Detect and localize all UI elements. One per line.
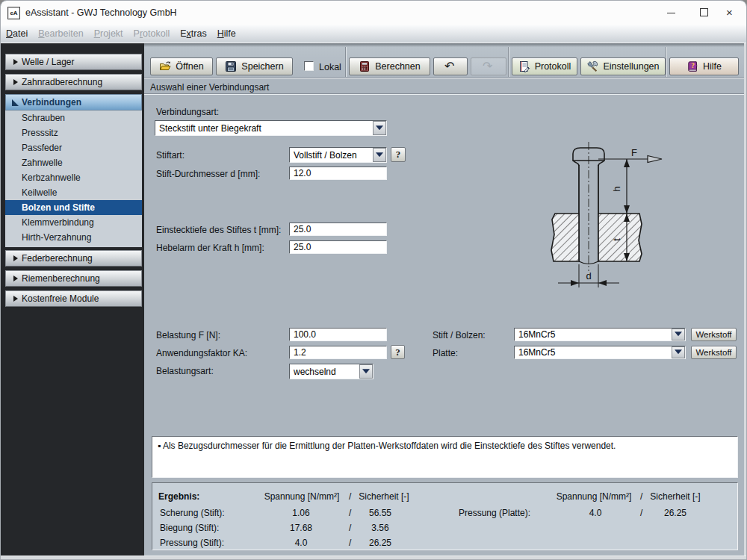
- menu-extras[interactable]: Extras: [175, 28, 211, 39]
- open-folder-icon: [159, 60, 171, 72]
- belastung-label: Belastung F [N]:: [156, 330, 220, 340]
- calc-button-label: Berechnen: [375, 61, 420, 72]
- menu-datei[interactable]: Datei: [1, 28, 33, 39]
- platte-werkstoff-button[interactable]: Werkstoff: [691, 346, 737, 359]
- open-button[interactable]: Öffnen: [150, 57, 213, 75]
- result-row-label: Pressung (Stift):: [160, 538, 224, 548]
- belastung-input[interactable]: 100.0: [289, 328, 387, 341]
- result-row-label: Biegung (Stift):: [160, 523, 219, 533]
- sidebar-section-zahnradberechnung[interactable]: Zahnradberechnung: [5, 74, 142, 90]
- page-title: Auswahl einer Verbindungsart: [150, 82, 269, 93]
- menu-hilfe[interactable]: Hilfe: [212, 28, 241, 39]
- window-right-edge: [744, 43, 747, 556]
- sidebar-item-presssitz[interactable]: Presssitz: [5, 125, 142, 140]
- chevron-down-icon[interactable]: [359, 364, 373, 379]
- info-text: Als Bezugsdurchmesser für die Ermittlung…: [163, 441, 616, 451]
- toolbar-separator: [666, 47, 667, 77]
- sidebar-section-kostenfreie-module[interactable]: Kostenfreie Module: [5, 290, 142, 307]
- col-sicherheit-left: Sicherheit [-]: [359, 491, 409, 502]
- lokal-label: Lokal: [319, 62, 341, 72]
- results-panel: Ergebnis: Spannung [N/mm²] / Sicherheit …: [152, 482, 738, 550]
- sidebar-section-verbindungen[interactable]: Verbindungen: [5, 94, 142, 111]
- stiftart-label: Stiftart:: [156, 150, 185, 161]
- save-button-label: Speichern: [241, 61, 283, 72]
- protokoll-button[interactable]: Protokoll: [512, 57, 577, 75]
- title-bar: eA eAssistant - GWJ Technology GmbH ×: [1, 1, 746, 25]
- verbindungsart-select[interactable]: Steckstift unter Biegekraft: [155, 120, 387, 136]
- close-button[interactable]: ×: [716, 1, 746, 24]
- chevron-down-icon[interactable]: [373, 121, 386, 135]
- lokal-checkbox[interactable]: [304, 61, 314, 71]
- divider: [144, 93, 744, 95]
- t-label: t: [611, 238, 622, 241]
- stift-werkstoff-select[interactable]: 16MnCr5: [514, 328, 686, 341]
- redo-button[interactable]: ↷: [471, 57, 506, 75]
- sidebar-item-klemmverbindung[interactable]: Klemmverbindung: [5, 215, 142, 230]
- pin-diagram: F h t d: [520, 139, 703, 292]
- triangle-collapsed-icon: [13, 59, 18, 65]
- result-value: 26.25: [664, 508, 686, 518]
- sidebar-item-keilwelle[interactable]: Keilwelle: [5, 185, 142, 200]
- menu-bar: DateiBearbeitenProjektProtokollExtrasHil…: [1, 25, 746, 43]
- durchmesser-input[interactable]: 12.0: [289, 167, 387, 180]
- anwendungsfaktor-input[interactable]: 1.2: [289, 346, 387, 359]
- help-button-label: Hilfe: [703, 61, 722, 72]
- sidebar-item-bolzen-und-stifte[interactable]: Bolzen und Stifte: [5, 200, 142, 215]
- h-label: h: [611, 186, 622, 191]
- chevron-down-icon[interactable]: [672, 329, 685, 340]
- result-value: 56.55: [369, 508, 391, 518]
- undo-button[interactable]: ↶: [433, 57, 468, 75]
- chevron-down-icon[interactable]: [672, 346, 685, 358]
- result-value: 4.0: [589, 508, 602, 518]
- save-button[interactable]: Speichern: [216, 57, 293, 75]
- result-value: 3.56: [371, 523, 388, 533]
- stift-werkstoff-button[interactable]: Werkstoff: [691, 328, 737, 341]
- undo-arrow-icon: ↶: [444, 60, 456, 72]
- settings-button[interactable]: Einstellungen: [580, 57, 666, 75]
- belastungsart-select[interactable]: wechselnd: [289, 364, 374, 379]
- sidebar-section-welle-lager[interactable]: Welle / Lager: [5, 54, 142, 70]
- durchmesser-label: Stift-Durchmesser d [mm]:: [156, 169, 260, 179]
- help-button[interactable]: ?Hilfe: [669, 57, 739, 75]
- sidebar-item-schrauben[interactable]: Schrauben: [5, 111, 142, 125]
- belastungsart-label: Belastungsart:: [156, 366, 214, 376]
- results-title: Ergebnis:: [158, 491, 199, 502]
- triangle-collapsed-icon: [13, 276, 18, 281]
- protokoll-button-label: Protokoll: [535, 61, 571, 72]
- chevron-down-icon[interactable]: [373, 148, 386, 162]
- sidebar-section-federberechnung[interactable]: Federberechnung: [5, 250, 142, 267]
- platte-werkstoff-select[interactable]: 16MnCr5: [514, 346, 686, 359]
- minimize-icon: [667, 13, 675, 13]
- einstecktiefe-input[interactable]: 25.0: [289, 223, 387, 236]
- result-value: /: [349, 538, 351, 548]
- menu-protokoll[interactable]: Protokoll: [128, 28, 176, 39]
- col-spannung-right: Spannung [N/mm²]: [557, 491, 632, 502]
- sidebar-item-hirth-verzahnung[interactable]: Hirth-Verzahnung: [5, 230, 142, 245]
- minimize-button[interactable]: [657, 1, 686, 24]
- sidebar-section-riemenberechnung[interactable]: Riemenberechnung: [5, 270, 142, 287]
- window-bottom-edge: [1, 556, 747, 560]
- hebelarm-input[interactable]: 25.0: [289, 240, 387, 254]
- result-value: 1.06: [292, 508, 309, 518]
- triangle-collapsed-icon: [13, 255, 18, 261]
- result-value: 17.68: [290, 523, 312, 533]
- plate-right: [598, 214, 642, 261]
- window-title: eAssistant - GWJ Technology GmbH: [25, 7, 177, 18]
- result-value: /: [349, 508, 351, 518]
- stiftart-help-button[interactable]: ?: [391, 147, 406, 162]
- close-icon: ×: [726, 6, 733, 19]
- menu-projekt[interactable]: Projekt: [89, 28, 128, 39]
- stiftart-select[interactable]: Vollstift / Bolzen: [289, 147, 387, 163]
- sidebar-item-passfeder[interactable]: Passfeder: [5, 140, 142, 155]
- sidebar-item-zahnwelle[interactable]: Zahnwelle: [5, 155, 142, 170]
- menu-bearbeiten[interactable]: Bearbeiten: [33, 28, 88, 39]
- tools-icon: [586, 60, 598, 72]
- sidebar-items: SchraubenPresssitzPassfederZahnwelleKerb…: [5, 111, 142, 247]
- maximize-button[interactable]: [689, 1, 719, 24]
- col-sicherheit-right: Sicherheit [-]: [650, 491, 700, 502]
- anwendungsfaktor-help-button[interactable]: ?: [391, 345, 405, 359]
- open-button-label: Öffnen: [176, 61, 203, 72]
- hebelarm-label: Hebelarm der Kraft h [mm]:: [156, 243, 264, 253]
- calc-button[interactable]: Berechnen: [349, 57, 430, 75]
- sidebar-item-kerbzahnwelle[interactable]: Kerbzahnwelle: [5, 170, 142, 185]
